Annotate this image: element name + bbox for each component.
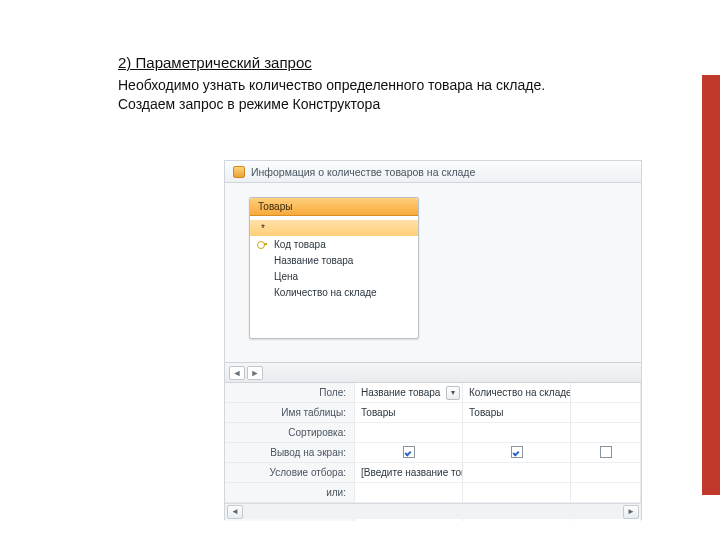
table-row[interactable]: Количество на складе <box>250 284 418 300</box>
table-field-label: Цена <box>274 271 298 282</box>
label-show: Вывод на экран: <box>225 443 354 463</box>
qbe-grid: Поле: Имя таблицы: Сортировка: Вывод на … <box>225 383 641 521</box>
show-checkbox[interactable] <box>600 446 612 458</box>
chevron-right-icon: ► <box>627 507 635 516</box>
table-box-title[interactable]: Товары <box>250 198 418 216</box>
cell-criteria-value: [Введите название това <box>361 467 462 478</box>
show-checkbox[interactable] <box>511 446 523 458</box>
grid-row-labels: Поле: Имя таблицы: Сортировка: Вывод на … <box>225 383 355 521</box>
cell-field-value: Количество на складе <box>469 387 570 398</box>
table-box-tovary[interactable]: Товары * Код товара Название товара Цена <box>249 197 419 339</box>
chevron-right-icon: ► <box>251 368 260 378</box>
cell-show[interactable] <box>463 443 570 463</box>
slide-line-1: Необходимо узнать количество определенно… <box>118 77 578 95</box>
cell-show[interactable] <box>571 443 640 463</box>
dropdown-button[interactable]: ▾ <box>446 386 460 400</box>
cell-or[interactable] <box>355 483 462 503</box>
cell-sort[interactable] <box>571 423 640 443</box>
cell-field[interactable]: Количество на складе <box>463 383 570 403</box>
query-tab-title: Информация о количестве товаров на склад… <box>251 166 475 178</box>
table-field-list: * Код товара Название товара Цена Количе… <box>250 216 418 338</box>
cell-sort[interactable] <box>355 423 462 443</box>
cell-field[interactable] <box>571 383 640 403</box>
nav-right-button[interactable]: ► <box>247 366 263 380</box>
slide-heading: 2) Параметрический запрос <box>118 54 378 73</box>
label-table: Имя таблицы: <box>225 403 354 423</box>
access-window: Информация о количестве товаров на склад… <box>224 160 642 520</box>
label-field: Поле: <box>225 383 354 403</box>
grid-column <box>571 383 641 521</box>
table-field-label: Название товара <box>274 255 353 266</box>
label-sort: Сортировка: <box>225 423 354 443</box>
cell-table[interactable] <box>571 403 640 423</box>
scroll-right-button[interactable]: ► <box>623 505 639 519</box>
cell-table[interactable]: Товары <box>463 403 570 423</box>
table-field-label: Количество на складе <box>274 287 377 298</box>
accent-bar <box>702 75 720 495</box>
slide-line-2: Создаем запрос в режиме Конструктора <box>118 96 578 114</box>
key-icon <box>258 239 268 249</box>
table-field-label: Код товара <box>274 239 326 250</box>
table-row[interactable]: Цена <box>250 268 418 284</box>
star-icon: * <box>258 223 268 234</box>
table-row-star[interactable]: * <box>250 220 418 236</box>
label-or: или: <box>225 483 354 503</box>
cell-field-value: Название товара <box>361 387 440 398</box>
show-checkbox[interactable] <box>403 446 415 458</box>
label-criteria: Условие отбора: <box>225 463 354 483</box>
table-row[interactable]: Код товара <box>250 236 418 252</box>
cell-or[interactable] <box>571 483 640 503</box>
grid-column: Название товара ▾ Товары [Введите назван… <box>355 383 463 521</box>
slide-content: 2) Параметрический запрос Необходимо узн… <box>0 0 720 114</box>
chevron-down-icon: ▾ <box>451 383 455 403</box>
cell-criteria[interactable] <box>571 463 640 483</box>
splitter-toolbar: ◄ ► <box>225 363 641 383</box>
cell-show[interactable] <box>355 443 462 463</box>
grid-columns: Название товара ▾ Товары [Введите назван… <box>355 383 641 521</box>
cell-criteria[interactable]: [Введите название това <box>355 463 462 483</box>
cell-table-value: Товары <box>469 407 503 418</box>
chevron-left-icon: ◄ <box>233 368 242 378</box>
cell-sort[interactable] <box>463 423 570 443</box>
scroll-track[interactable] <box>245 507 621 517</box>
cell-table-value: Товары <box>361 407 395 418</box>
horizontal-scrollbar[interactable]: ◄ ► <box>225 503 641 519</box>
cell-table[interactable]: Товары <box>355 403 462 423</box>
query-tab-icon <box>233 166 245 178</box>
table-row[interactable]: Название товара <box>250 252 418 268</box>
cell-field[interactable]: Название товара ▾ <box>355 383 462 403</box>
cell-criteria[interactable] <box>463 463 570 483</box>
cell-or[interactable] <box>463 483 570 503</box>
nav-left-button[interactable]: ◄ <box>229 366 245 380</box>
grid-column: Количество на складе Товары <box>463 383 571 521</box>
chevron-left-icon: ◄ <box>231 507 239 516</box>
scroll-left-button[interactable]: ◄ <box>227 505 243 519</box>
designer-diagram-pane[interactable]: Товары * Код товара Название товара Цена <box>225 183 641 363</box>
query-tab[interactable]: Информация о количестве товаров на склад… <box>225 161 641 183</box>
